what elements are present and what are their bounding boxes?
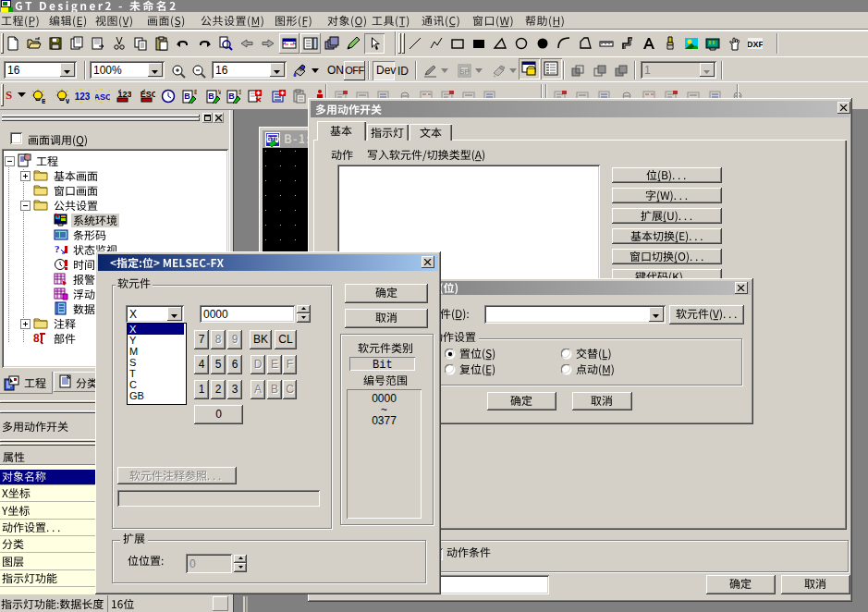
svg-text:ASC: ASC [95,92,110,102]
svg-text:?: ? [55,243,60,254]
svg-text:SP: SP [459,67,470,76]
svg-text:B: B [194,89,197,95]
svg-text:W: W [66,97,69,104]
svg-text:123: 123 [75,92,90,102]
svg-text:B: B [228,92,235,101]
svg-text:B: B [42,97,45,104]
svg-text:W: W [218,89,221,95]
svg-text:S: S [238,89,241,95]
svg-text:DXF: DXF [748,40,763,49]
svg-text:B: B [208,92,214,101]
svg-text:8: 8 [33,332,40,345]
svg-text:B: B [184,92,190,101]
